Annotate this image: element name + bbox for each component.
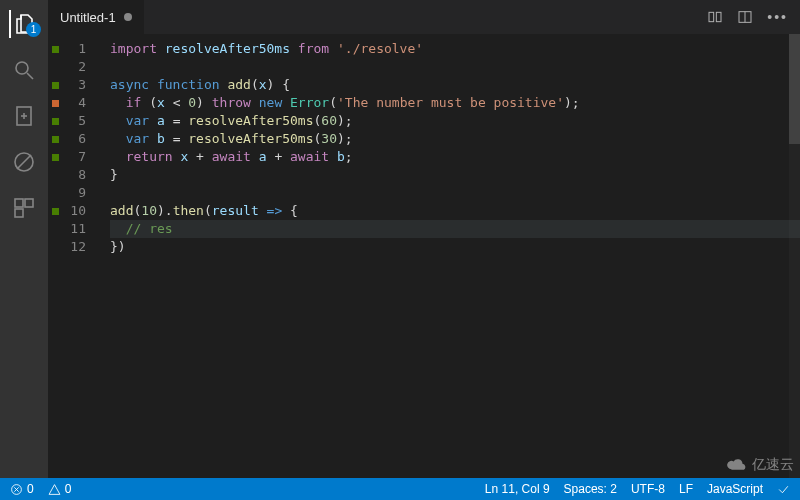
no-bug-icon <box>12 150 36 174</box>
search-icon <box>12 58 36 82</box>
code-editor[interactable]: 1 2 3 4 5 6 7 8 9 10 11 12 import resolv… <box>48 34 800 478</box>
svg-line-1 <box>27 73 33 79</box>
code-content[interactable]: import resolveAfter50ms from './resolve'… <box>96 34 800 478</box>
explorer-badge: 1 <box>26 22 41 37</box>
compare-icon[interactable] <box>707 9 723 25</box>
scrollbar-thumb[interactable] <box>789 34 800 144</box>
status-encoding[interactable]: UTF-8 <box>631 482 665 496</box>
activity-debug[interactable] <box>10 148 38 176</box>
activity-diff[interactable] <box>10 102 38 130</box>
extensions-icon <box>12 196 36 220</box>
watermark: 亿速云 <box>726 456 794 474</box>
cloud-icon <box>726 458 748 472</box>
svg-rect-8 <box>25 199 33 207</box>
svg-line-6 <box>17 155 31 169</box>
error-icon <box>10 483 23 496</box>
tab-title: Untitled-1 <box>60 10 116 25</box>
status-indent[interactable]: Spaces: 2 <box>564 482 617 496</box>
tab-bar: Untitled-1 ••• <box>48 0 800 34</box>
svg-point-0 <box>16 62 28 74</box>
status-bar: 0 0 Ln 11, Col 9 Spaces: 2 UTF-8 LF Java… <box>0 478 800 500</box>
more-actions-icon[interactable]: ••• <box>767 9 788 25</box>
svg-rect-7 <box>15 199 23 207</box>
status-eol[interactable]: LF <box>679 482 693 496</box>
activity-search[interactable] <box>10 56 38 84</box>
status-warnings[interactable]: 0 <box>48 482 72 496</box>
svg-rect-10 <box>709 12 714 21</box>
gutter-marks <box>48 34 62 478</box>
diff-icon <box>12 104 36 128</box>
dirty-indicator-icon <box>124 13 132 21</box>
warning-icon <box>48 483 61 496</box>
check-icon <box>777 483 790 496</box>
tab-untitled[interactable]: Untitled-1 <box>48 0 144 34</box>
line-numbers: 1 2 3 4 5 6 7 8 9 10 11 12 <box>62 34 96 478</box>
status-cursor-pos[interactable]: Ln 11, Col 9 <box>485 482 550 496</box>
activity-extensions[interactable] <box>10 194 38 222</box>
svg-rect-11 <box>717 12 722 21</box>
status-language[interactable]: JavaScript <box>707 482 763 496</box>
svg-rect-9 <box>15 209 23 217</box>
split-editor-icon[interactable] <box>737 9 753 25</box>
status-errors[interactable]: 0 <box>10 482 34 496</box>
vertical-scrollbar[interactable] <box>789 34 800 478</box>
status-feedback[interactable] <box>777 483 790 496</box>
